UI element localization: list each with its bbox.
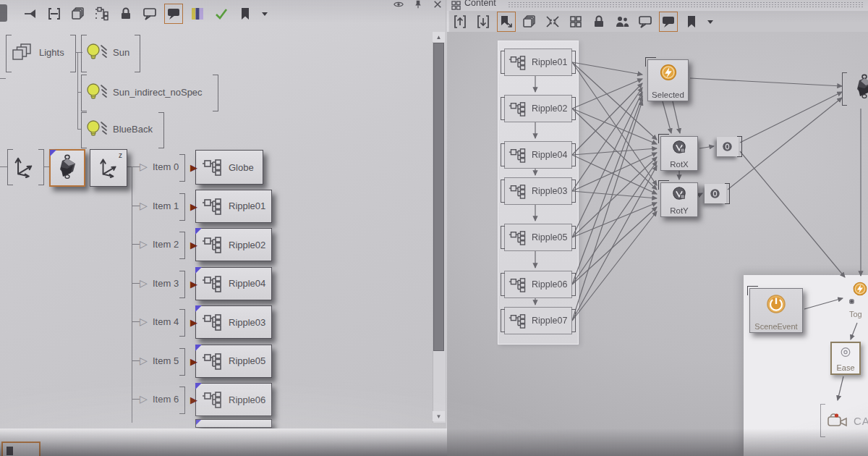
graph-node-val-y[interactable] (705, 184, 726, 203)
tree-node-Ripple01[interactable]: ▶Ripple01 (195, 190, 272, 223)
item-bracket (179, 348, 185, 376)
graph-node-transform[interactable] (845, 69, 868, 107)
modified-marker (195, 419, 202, 426)
frame-selection-button[interactable] (46, 4, 63, 23)
pin-button[interactable] (412, 0, 425, 11)
item-stub (132, 360, 140, 361)
light-row[interactable]: BlueBack (81, 112, 164, 147)
group-users-button[interactable] (613, 12, 631, 31)
tree-node-Ripple04[interactable]: ▶Ripple04 (195, 267, 272, 300)
tree-node-clipped[interactable] (195, 419, 272, 428)
layers-button[interactable] (69, 4, 87, 23)
bookmark-dropdown-button[interactable] (706, 12, 715, 31)
hierarchy-icon (509, 55, 527, 70)
node-label: Ripple07 (532, 316, 567, 326)
graph-node-Ripple01[interactable]: Ripple01 (504, 48, 572, 76)
show-hierarchy-button[interactable] (93, 4, 111, 23)
lock-icon (592, 14, 606, 29)
hierarchy-icon (509, 148, 527, 163)
graph-node-RotY[interactable]: RotY (660, 182, 698, 217)
export-up-button[interactable] (451, 12, 469, 31)
graph-node-Ease[interactable]: Ease (830, 342, 861, 375)
tree-node-Ripple03[interactable]: ▶Ripple03 (195, 305, 272, 339)
node-label: Ripple02 (229, 240, 265, 250)
graph-node-Ripple06[interactable]: Ripple06 (504, 271, 572, 298)
graph-node-Selected[interactable]: Selected (647, 59, 689, 101)
pin-icon (413, 0, 423, 9)
item-stub (132, 206, 140, 206)
light-row[interactable]: Sun (81, 35, 140, 71)
gizmo-icon (55, 154, 80, 182)
dropdown-icon (707, 18, 714, 25)
graph-node-RotX[interactable]: RotX (660, 136, 698, 171)
tree-node-Globe[interactable]: ▶Globe (195, 150, 263, 185)
comment-filled-button[interactable] (165, 4, 182, 23)
bookmark-button[interactable] (683, 12, 700, 31)
content-panel-header[interactable]: Content (447, 0, 868, 11)
scrollbar-down-button[interactable]: ▼ (433, 411, 445, 421)
rot-icon (672, 140, 686, 154)
item-label: Item 6 (153, 394, 179, 405)
check-icon (214, 7, 229, 21)
node-label: Ripple04 (229, 278, 265, 289)
tree-node-Ripple02[interactable]: ▶Ripple02 (195, 228, 272, 261)
graph-node-Ripple07[interactable]: Ripple07 (504, 307, 572, 334)
graph-node-Ripple04[interactable]: Ripple04 (504, 141, 572, 169)
modified-marker (195, 228, 202, 235)
import-down-button[interactable] (475, 12, 492, 31)
visibility-toggle-button[interactable] (392, 0, 405, 11)
scenegraph-panel: z LightsSunSun_indirect_noSpecBlueBack▷I… (0, 0, 447, 429)
graph-node-Ripple03[interactable]: Ripple03 (504, 177, 572, 205)
content-panel-title: Content (464, 0, 496, 8)
isolate-view-button[interactable] (22, 4, 39, 23)
graph-node-SceneEvent[interactable]: SceneEvent (749, 288, 803, 333)
collapse-nodes-button[interactable] (544, 12, 561, 31)
bookmark-sync-button[interactable] (498, 12, 515, 31)
axis-bracket-right (38, 149, 44, 185)
scene-tree: z LightsSunSun_indirect_noSpecBlueBack▷I… (0, 26, 433, 428)
lock-button[interactable] (590, 12, 608, 31)
item-slot-triangle: ▷ (140, 200, 148, 211)
color-channels-button[interactable] (189, 4, 206, 23)
xclose-icon (433, 0, 443, 9)
item-stub (132, 321, 140, 322)
graph-node-CAM[interactable]: CAM (823, 404, 868, 437)
gizmo-icon (55, 154, 80, 179)
graph-node-val-x[interactable] (717, 137, 739, 156)
scroll-down-icon: ▼ (436, 413, 442, 420)
comment-outline-button[interactable] (141, 4, 158, 23)
axis-z-node[interactable]: z (90, 149, 127, 187)
graph-node-Ripple05[interactable]: Ripple05 (504, 224, 572, 251)
item-stub (132, 166, 140, 167)
layers-button[interactable] (521, 12, 538, 31)
clipped-bottom-icon[interactable] (1, 442, 41, 456)
lock-button[interactable] (117, 4, 135, 23)
bookmark-button[interactable] (237, 4, 254, 23)
close-button[interactable] (431, 0, 444, 11)
bookmark-dropdown-button[interactable] (260, 4, 269, 23)
clipped-toolbar-icon[interactable] (0, 4, 7, 22)
item-label: Item 1 (153, 200, 179, 211)
scrollbar-up-button[interactable]: ▲ (433, 32, 445, 42)
light-row[interactable]: Sun_indirect_noSpec (81, 75, 218, 110)
lights-group[interactable]: Lights (6, 35, 76, 71)
item-bracket (179, 193, 185, 221)
bolt-icon (852, 281, 868, 297)
graph-node-Tog[interactable]: Tog (848, 279, 868, 321)
tree-node-Ripple05[interactable]: ▶Ripple05 (195, 345, 272, 378)
content-grid-icon (451, 0, 461, 9)
grid-layout-button[interactable] (567, 12, 584, 31)
comment-filled-button[interactable] (660, 12, 677, 31)
confirm-check-button[interactable] (213, 4, 230, 23)
node-label: Ripple06 (229, 394, 265, 405)
comment-outline-button[interactable] (637, 12, 654, 31)
item-label: Item 0 (153, 161, 179, 172)
graph-node-Ripple02[interactable]: Ripple02 (504, 95, 572, 122)
node-label: RotX (661, 160, 697, 169)
panel-drag-texture[interactable] (508, 1, 864, 8)
hierarchy-icon (509, 313, 527, 329)
tree-node-Ripple06[interactable]: ▶Ripple06 (195, 383, 272, 416)
node-label: Globe (229, 162, 254, 173)
scrollbar-thumb[interactable] (433, 43, 444, 351)
transform-gizmo-node[interactable] (49, 149, 85, 187)
